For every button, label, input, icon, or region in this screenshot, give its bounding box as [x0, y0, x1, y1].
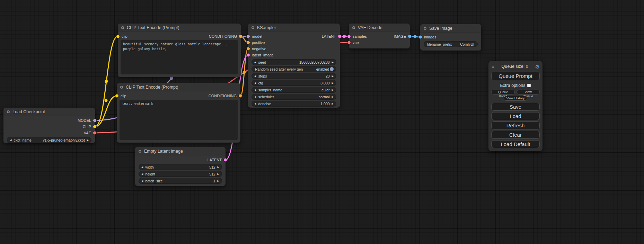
- refresh-button[interactable]: Refresh: [491, 121, 540, 129]
- collapse-dot-icon[interactable]: [120, 86, 123, 89]
- node-header[interactable]: Load Checkpoint: [3, 108, 95, 116]
- decrement-arrow-icon[interactable]: ◀: [254, 96, 256, 98]
- decrement-arrow-icon[interactable]: ◀: [141, 173, 143, 175]
- collapse-dot-icon[interactable]: [7, 110, 10, 113]
- node-title: CLIP Text Encode (Prompt): [126, 85, 178, 90]
- increment-arrow-icon[interactable]: ▶: [332, 61, 334, 63]
- collapse-dot-icon[interactable]: [139, 150, 141, 153]
- clear-button[interactable]: Clear: [491, 131, 540, 139]
- slot-dot-negative-input[interactable]: [247, 47, 250, 51]
- increment-arrow-icon[interactable]: ▶: [332, 82, 334, 84]
- prompt-textarea[interactable]: beautiful scenery nature glass bottle la…: [121, 40, 238, 74]
- widget-filename-prefix[interactable]: filename_prefix ComfyUI: [424, 41, 478, 47]
- slot-dot-samples-input[interactable]: [347, 35, 351, 38]
- node-save-image[interactable]: Save Image images filename_prefix ComfyU…: [420, 24, 481, 51]
- widget-label: batch_size: [145, 179, 162, 183]
- slot-dot-images-input[interactable]: [419, 36, 422, 39]
- queue-prompt-button[interactable]: Queue Prompt: [491, 72, 540, 80]
- prompt-textarea[interactable]: text, watermark: [120, 100, 238, 140]
- increment-arrow-icon[interactable]: ▶: [218, 166, 219, 168]
- decrement-arrow-icon[interactable]: ◀: [141, 180, 143, 182]
- queue-menu-panel: ⠿ Queue size: 0 ⚙ Queue Prompt Extra opt…: [488, 61, 542, 151]
- extra-options-checkbox[interactable]: [527, 84, 531, 87]
- decrement-arrow-icon[interactable]: ◀: [10, 139, 11, 141]
- node-header[interactable]: Save Image: [420, 24, 481, 33]
- slot-dot-conditioning-output[interactable]: [239, 35, 242, 38]
- node-header[interactable]: CLIP Text Encode (Prompt): [118, 24, 241, 32]
- output-label: CLIP: [83, 125, 91, 129]
- widget-scheduler[interactable]: ◀ scheduler normal ▶: [252, 94, 336, 100]
- decrement-arrow-icon[interactable]: ◀: [254, 82, 256, 84]
- input-label: images: [424, 35, 436, 39]
- widget-steps[interactable]: ◀ steps 20 ▶: [252, 73, 336, 79]
- slot-dot-vae-output[interactable]: [93, 132, 96, 135]
- increment-arrow-icon[interactable]: ▶: [332, 75, 334, 77]
- collapse-dot-icon[interactable]: [121, 26, 124, 29]
- node-header[interactable]: VAE Decode: [349, 24, 410, 32]
- decrement-arrow-icon[interactable]: ◀: [141, 166, 143, 168]
- widget-seed[interactable]: ◀ seed 156680208700286 ▶: [252, 59, 336, 65]
- decrement-arrow-icon[interactable]: ◀: [254, 89, 256, 91]
- toggle-icon[interactable]: [330, 67, 334, 71]
- load-button[interactable]: Load: [491, 112, 540, 120]
- decrement-arrow-icon[interactable]: ◀: [254, 75, 256, 77]
- slot-dot-model-input[interactable]: [247, 35, 250, 38]
- slot-dot-latent-output[interactable]: [224, 159, 227, 162]
- output-label: CONDITIONING: [209, 94, 237, 98]
- increment-arrow-icon[interactable]: ▶: [218, 180, 219, 182]
- view-history-button[interactable]: View History: [504, 96, 528, 101]
- menu-drag-handle-icon[interactable]: ⠿: [491, 64, 495, 69]
- node-header[interactable]: KSampler: [248, 24, 340, 32]
- widget-batch-size[interactable]: ◀ batch_size 1 ▶: [139, 178, 222, 184]
- increment-arrow-icon[interactable]: ▶: [87, 139, 89, 141]
- input-label: latent_image: [252, 53, 274, 57]
- graph-canvas[interactable]: Load Checkpoint MODEL CLIP VAE ◀ ckpt_na…: [0, 0, 644, 244]
- widget-random-seed[interactable]: Random seed after every gen enabled: [252, 66, 336, 72]
- slot-dot-clip-input[interactable]: [115, 94, 118, 98]
- slot-row: samples IMAGE: [349, 33, 410, 39]
- widget-denoise[interactable]: ◀ denoise 1.000 ▶: [252, 101, 336, 107]
- node-empty-latent-image[interactable]: Empty Latent Image LATENT ◀ width 512 ▶ …: [135, 147, 226, 186]
- increment-arrow-icon[interactable]: ▶: [218, 173, 219, 175]
- widget-height[interactable]: ◀ height 512 ▶: [139, 171, 222, 177]
- increment-arrow-icon[interactable]: ▶: [332, 96, 334, 98]
- widget-value: 512: [209, 172, 215, 176]
- collapse-dot-icon[interactable]: [352, 26, 355, 29]
- widget-cfg[interactable]: ◀ cfg 8.000 ▶: [252, 80, 336, 86]
- save-button[interactable]: Save: [491, 103, 540, 111]
- decrement-arrow-icon[interactable]: ◀: [254, 102, 256, 105]
- slot-row: latent_image: [248, 52, 340, 58]
- queue-front-button[interactable]: Queue Front: [491, 90, 515, 94]
- slot-dot-conditioning-output[interactable]: [239, 94, 242, 98]
- settings-gear-icon[interactable]: ⚙: [535, 64, 540, 69]
- wire-midpoint-dot: [343, 35, 346, 38]
- collapse-dot-icon[interactable]: [252, 26, 254, 29]
- load-default-button[interactable]: Load Default: [491, 140, 540, 148]
- collapse-dot-icon[interactable]: [424, 27, 426, 30]
- increment-arrow-icon[interactable]: ▶: [332, 89, 334, 91]
- view-queue-button[interactable]: View Queue: [517, 90, 540, 94]
- slot-dot-latent-image-input[interactable]: [247, 54, 250, 57]
- decrement-arrow-icon[interactable]: ◀: [254, 61, 256, 63]
- node-vae-decode[interactable]: VAE Decode samples IMAGE vae: [349, 24, 410, 48]
- increment-arrow-icon[interactable]: ▶: [332, 102, 334, 105]
- node-header[interactable]: Empty Latent Image: [135, 147, 226, 155]
- slot-dot-positive-input[interactable]: [247, 41, 250, 44]
- slot-dot-clip-output[interactable]: [93, 125, 96, 128]
- slot-dot-clip-input[interactable]: [116, 35, 120, 38]
- widget-width[interactable]: ◀ width 512 ▶: [139, 164, 222, 170]
- slot-dot-latent-output[interactable]: [338, 35, 341, 38]
- widget-value: 1.000: [320, 102, 329, 106]
- node-clip-text-encode-positive[interactable]: CLIP Text Encode (Prompt) clip CONDITION…: [118, 24, 241, 77]
- slot-dot-image-output[interactable]: [408, 35, 411, 38]
- node-load-checkpoint[interactable]: Load Checkpoint MODEL CLIP VAE ◀ ckpt_na…: [3, 108, 95, 143]
- widget-sampler-name[interactable]: ◀ sampler_name euler ▶: [252, 87, 336, 93]
- widget-value: 512: [209, 165, 215, 169]
- node-header[interactable]: CLIP Text Encode (Prompt): [117, 83, 240, 91]
- slot-dot-vae-input[interactable]: [347, 41, 351, 44]
- node-clip-text-encode-negative[interactable]: CLIP Text Encode (Prompt) clip CONDITION…: [117, 83, 240, 143]
- node-ksampler[interactable]: KSampler model LATENT positive negative …: [248, 24, 340, 108]
- slot-dot-model-output[interactable]: [93, 119, 96, 122]
- output-label: VAE: [84, 131, 91, 135]
- widget-ckpt-name[interactable]: ◀ ckpt_name v1-5-pruned-emaonly.ckpt ▶: [7, 137, 91, 143]
